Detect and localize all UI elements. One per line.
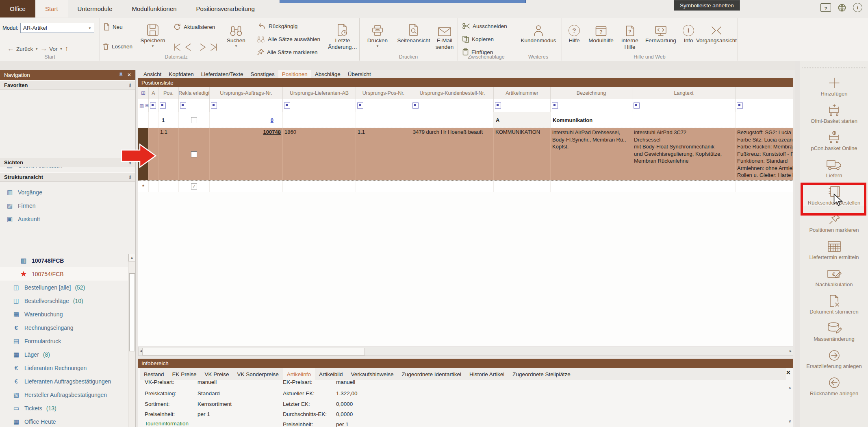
filter-cell[interactable] xyxy=(210,99,283,112)
filter-cell[interactable] xyxy=(356,99,411,112)
ruecknahme-anlegen-button[interactable]: Rücknahme anlegen xyxy=(802,374,867,396)
col-header-artikelnummer[interactable]: Artikelnummer xyxy=(494,87,551,99)
seitenansicht-button[interactable]: Seitenansicht xyxy=(393,19,434,44)
filter-icon[interactable] xyxy=(737,102,743,109)
ersatzlieferung-anlegen-button[interactable]: Ersatzlieferung anlegen xyxy=(802,346,867,369)
infobereich-tab[interactable]: Artikelbild xyxy=(315,368,347,380)
globe-icon[interactable] xyxy=(838,3,846,12)
filter-icon[interactable] xyxy=(357,102,363,109)
checkbox-unchecked[interactable] xyxy=(191,151,197,157)
filter-cell[interactable] xyxy=(411,99,494,112)
tree-item[interactable]: Bestellvorschläge (10) xyxy=(0,294,128,307)
tree-item[interactable]: 100748/FCB xyxy=(0,254,128,267)
ribbon-tab[interactable]: Modulfunktionen xyxy=(122,0,186,17)
filter-icon[interactable] xyxy=(211,102,217,109)
rueckgaengig-button[interactable]: Rückgängig xyxy=(258,21,297,31)
filter-cell[interactable] xyxy=(158,99,179,112)
checkbox-unchecked[interactable] xyxy=(191,117,197,123)
tree-item[interactable]: Tickets (13) xyxy=(0,401,128,415)
pcon-basket-online-button[interactable]: pCon.basket Online xyxy=(802,129,867,151)
chevron-down-icon[interactable]: ▼ xyxy=(35,47,38,51)
filter-cell[interactable]: ▨⊞ xyxy=(138,99,149,112)
filter-cell[interactable] xyxy=(551,99,632,112)
aktualisieren-button[interactable]: Aktualisieren xyxy=(174,22,215,32)
detail-tab[interactable]: Abschläge xyxy=(311,70,344,78)
section-favoriten[interactable]: Favoriten ∧∧ xyxy=(0,81,135,90)
infobereich-tab[interactable]: VK Sonderpreise xyxy=(233,368,283,380)
filter-cell[interactable] xyxy=(494,99,551,112)
scroll-up-icon[interactable]: ▲ xyxy=(128,254,135,261)
kopieren-button[interactable]: Kopieren xyxy=(462,34,494,44)
tree-item[interactable]: 100754/FCB xyxy=(0,267,128,281)
col-header-ursprungs-auftrags-nr[interactable]: Ursprungs-Auftrags-Nr. xyxy=(210,87,283,99)
letzte-aenderung-button[interactable]: Letzte Änderung… xyxy=(328,19,357,50)
tree-item[interactable]: Bestellungen [alle] (52) xyxy=(0,281,128,294)
filter-cell[interactable] xyxy=(283,99,356,112)
record-navigation-icons[interactable] xyxy=(171,43,220,51)
filter-icon[interactable] xyxy=(150,102,156,109)
scroll-up-icon[interactable]: ∧ xyxy=(788,386,791,390)
filter-icon[interactable] xyxy=(634,102,640,109)
col-header-ursprungs-kundenbestell-nr[interactable]: Ursprungs-Kundenbestell-Nr. xyxy=(411,87,494,99)
filter-icon[interactable] xyxy=(495,102,501,109)
filter-icon[interactable] xyxy=(552,102,558,109)
infobereich-tab[interactable]: Artikelinfo xyxy=(283,368,315,380)
tree-item[interactable]: Formulardruck xyxy=(0,334,128,348)
cell-auftrags-nr[interactable]: 100748 xyxy=(210,128,283,180)
up-arrow-icon[interactable]: ↑ xyxy=(65,45,68,53)
modul-select[interactable]: AR-Artikel ▼ xyxy=(20,23,94,33)
forward-label[interactable]: Vor xyxy=(49,46,57,52)
col-header-langtext[interactable]: Langtext xyxy=(632,87,736,99)
section-sichten[interactable]: Sichten ∨∨ xyxy=(0,158,135,167)
favoriten-item[interactable]: Vorgänge xyxy=(0,185,128,199)
filter-icon[interactable] xyxy=(160,102,166,109)
checkbox-checked[interactable]: ✓ xyxy=(191,183,197,190)
group-row[interactable]: 1 0 A Kommunikation xyxy=(138,112,793,128)
scroll-left-icon[interactable]: ◂ xyxy=(140,349,142,353)
tree-item[interactable]: Läger (8) xyxy=(0,348,128,361)
detail-tab[interactable]: Lieferdaten/Texte xyxy=(197,70,247,78)
tree-item[interactable]: Hersteller Auftragsbestätigungen xyxy=(0,388,128,401)
vorgangsansicht-button[interactable]: Vorgangsansicht xyxy=(696,19,737,44)
speichern-button[interactable]: Speichern ▼ xyxy=(138,19,167,48)
ausschneiden-button[interactable]: Ausschneiden xyxy=(462,21,507,31)
selected-position-row[interactable]: 1.1 100748 1860 1.1 3479 durch Hr Hoeneß… xyxy=(138,128,793,181)
kundenmodus-button[interactable]: Kundenmodus xyxy=(518,19,559,44)
infobereich-tab[interactable]: EK Preise xyxy=(168,368,201,380)
detail-tab[interactable]: Sonstiges xyxy=(247,70,278,78)
tree-item[interactable]: Lieferanten Auftragsbestätigungen xyxy=(0,375,128,388)
loeschen-button[interactable]: Löschen xyxy=(103,41,132,51)
info-button[interactable]: i Info xyxy=(680,19,697,44)
col-header-bezeichnung[interactable]: Bezeichnung xyxy=(551,87,632,99)
col-header-a[interactable]: A xyxy=(149,87,158,99)
scroll-down-icon[interactable]: ∨ xyxy=(788,419,791,423)
infobereich-tab[interactable]: Zugeordnete Stellplätze xyxy=(508,368,575,380)
ribbon-tab[interactable]: Office xyxy=(0,0,35,17)
tree-item[interactable]: Office Heute xyxy=(0,415,128,427)
filter-icon[interactable] xyxy=(412,102,419,109)
neu-button[interactable]: Neu xyxy=(104,22,123,32)
tree-item[interactable]: Rechnungseingang xyxy=(0,321,128,334)
col-header-ursprungs-pos-nr[interactable]: Ursprungs-Pos-Nr. xyxy=(356,87,411,99)
massenaenderung-button[interactable]: Massenänderung xyxy=(802,319,867,342)
filter-cell[interactable] xyxy=(736,99,793,112)
email-senden-button[interactable]: E-Mail senden xyxy=(434,19,455,50)
drucken-button[interactable]: Drucken ▼ xyxy=(364,19,391,48)
ofml-basket-starten-button[interactable]: Ofml-Basket starten xyxy=(802,101,867,124)
infobereich-tab[interactable]: Zugeordnete Identartikel xyxy=(398,368,465,380)
chevron-down-icon[interactable]: ▼ xyxy=(59,47,63,51)
new-row[interactable]: * ✓ xyxy=(138,181,793,193)
fernwartung-button[interactable]: Fernwartung xyxy=(642,19,679,44)
toureninformation-link[interactable]: Toureninformation xyxy=(145,420,189,427)
nav-scrollbar[interactable]: ▲ xyxy=(128,254,135,427)
favoriten-item[interactable]: Firmen xyxy=(0,199,128,212)
infobereich-tab[interactable]: Verkaufshinweise xyxy=(347,368,397,380)
group-cell-auftrags-link[interactable]: 0 xyxy=(210,112,283,128)
infobereich-tab[interactable]: VK Preise xyxy=(201,368,233,380)
detail-tab[interactable]: Ansicht xyxy=(140,70,165,78)
detail-tab[interactable]: Kopfdaten xyxy=(165,70,197,78)
dokument-stornieren-button[interactable]: Dokument stornieren xyxy=(802,292,867,315)
filter-cell[interactable] xyxy=(179,99,210,112)
pin-icon[interactable] xyxy=(119,72,123,78)
filter-cell[interactable] xyxy=(632,99,736,112)
